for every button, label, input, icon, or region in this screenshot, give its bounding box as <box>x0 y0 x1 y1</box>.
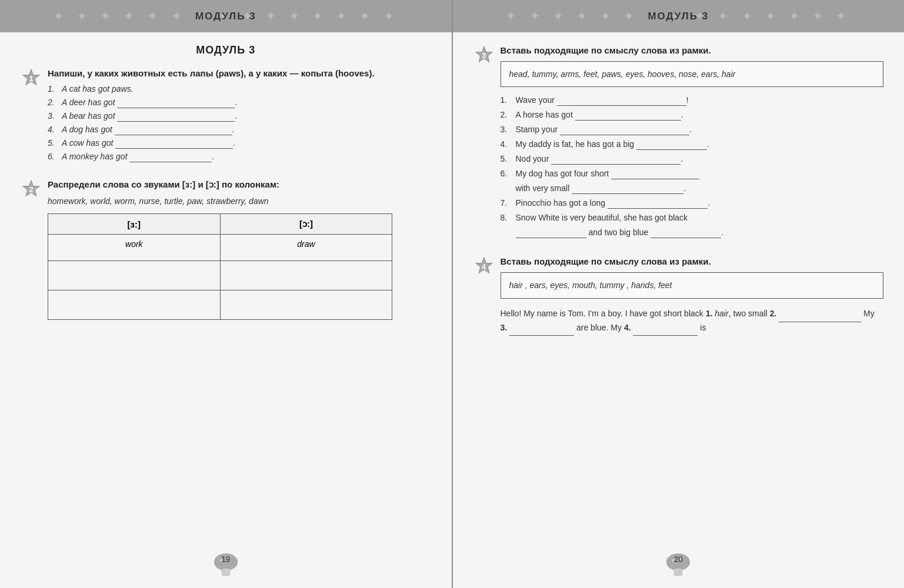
exercise-2-badge: 2 <box>21 179 42 200</box>
list-item: 8. Snow White is very beautiful, she has… <box>501 213 884 222</box>
right-header-title: МОДУЛЬ 3 <box>648 11 709 22</box>
table-row <box>48 261 392 290</box>
table-cell <box>220 290 392 320</box>
blank-field <box>636 149 707 150</box>
blank-field <box>575 119 681 121</box>
mushroom-icon: 20 <box>662 549 695 581</box>
list-item: 7. Pinocchio has got a long . <box>501 198 884 208</box>
exercise-3-word-box: head, tummy, arms, feet, paws, eyes, hoo… <box>501 61 884 87</box>
list-item: 1. Wave your ! <box>501 95 884 105</box>
list-item: 2. A deer has got . <box>48 98 431 107</box>
blank-field <box>129 161 212 162</box>
blank-field <box>509 335 574 336</box>
mushroom-icon: 19 <box>209 549 242 581</box>
exercise-3-list: 1. Wave your ! 2. A horse has got . 3. S… <box>501 95 884 237</box>
blank-field <box>560 134 689 135</box>
list-item: 4. A dog has got . <box>48 125 431 134</box>
exercise-3-title: Вставь подходящие по смыслу слова из рам… <box>501 44 884 56</box>
left-page-header: МОДУЛЬ 3 <box>0 0 452 32</box>
table-cell: draw <box>220 235 392 261</box>
right-page-content: 3 Вставь подходящие по смыслу слова из р… <box>453 32 905 588</box>
exercise-3: 3 Вставь подходящие по смыслу слова из р… <box>473 44 884 242</box>
exercise-1-badge: 1 <box>21 68 42 89</box>
exercise-2-title: Распредели слова со звуками [з:] и [ɔ:] … <box>48 178 431 191</box>
blank-field <box>551 163 680 165</box>
right-page-number-area: 20 <box>662 549 695 581</box>
list-item: 6. My dog has got four short <box>501 169 884 178</box>
blank-field <box>633 335 698 336</box>
exercise-4-title: Вставь подходящие по смыслу слова из рам… <box>501 255 884 268</box>
right-page-num: 20 <box>673 554 683 564</box>
right-page: МОДУЛЬ 3 3 Вставь подходящие по смыслу с… <box>453 0 905 588</box>
list-item: 3. A bear has got . <box>48 111 431 121</box>
exercise-1-title: Напиши, у каких животных есть лапы (paws… <box>48 67 431 79</box>
exercise-3-num: 3 <box>482 51 486 60</box>
exercise-4: 4 Вставь подходящие по смыслу слова из р… <box>473 255 884 335</box>
blank-field <box>516 237 586 238</box>
table-header-col1: [з:] <box>48 214 221 235</box>
table-cell: work <box>48 235 221 261</box>
exercise-1-body: Напиши, у каких животных есть лапы (paws… <box>48 67 431 165</box>
list-item: with very small . <box>501 183 884 193</box>
blank-field <box>572 193 683 194</box>
exercise-2: 2 Распредели слова со звуками [з:] и [ɔ:… <box>21 178 431 320</box>
blank-field <box>608 208 708 209</box>
table-row <box>48 290 392 320</box>
left-page-number-area: 19 <box>209 549 242 581</box>
svg-rect-9 <box>674 569 683 576</box>
left-page: МОДУЛЬ 3 МОДУЛЬ 3 1 Напиши, у каких живо… <box>0 0 453 588</box>
right-page-header: МОДУЛЬ 3 <box>453 0 905 32</box>
exercise-3-body: Вставь подходящие по смыслу слова из рам… <box>501 44 884 242</box>
exercise-2-subtitle: homework, world, worm, nurse, turtle, pa… <box>48 195 431 208</box>
left-page-num: 19 <box>221 554 231 564</box>
list-item: 3. Stamp your . <box>501 125 884 134</box>
table-header-col2: [ɔ:] <box>220 214 392 235</box>
exercise-4-num: 4 <box>482 262 486 271</box>
left-header-title: МОДУЛЬ 3 <box>195 11 256 22</box>
exercise-1-list: 1. A cat has got paws. 2. A deer has got… <box>48 84 431 161</box>
blank-field <box>117 121 235 122</box>
exercise-4-paragraph: Hello! My name is Tom. I'm a boy. I have… <box>501 307 884 335</box>
svg-rect-3 <box>221 569 230 576</box>
blank-field <box>779 321 861 322</box>
exercise-3-badge: 3 <box>473 45 495 66</box>
blank-field <box>115 134 232 135</box>
list-item: 2. A horse has got . <box>501 110 884 119</box>
blank-field <box>115 148 233 149</box>
exercise-1-num: 1 <box>29 74 33 83</box>
table-cell <box>48 290 221 320</box>
blank-field <box>557 105 686 106</box>
blank-field <box>651 237 721 238</box>
table-cell <box>220 261 392 290</box>
table-row: work draw <box>48 235 392 261</box>
list-item: and two big blue . <box>501 228 884 237</box>
list-item: 5. A cow has got . <box>48 138 431 148</box>
left-page-content: МОДУЛЬ 3 1 Напиши, у каких животных есть… <box>0 32 452 588</box>
blank-field <box>117 107 235 108</box>
list-item: 1. A cat has got paws. <box>48 84 431 93</box>
sounds-table: [з:] [ɔ:] work draw <box>48 213 392 320</box>
exercise-2-body: Распредели слова со звуками [з:] и [ɔ:] … <box>48 178 431 320</box>
list-item: 5. Nod your . <box>501 154 884 163</box>
exercise-4-word-box: hair , ears, eyes, mouth, tummy , hands,… <box>501 272 884 298</box>
exercise-1: 1 Напиши, у каких животных есть лапы (pa… <box>21 67 431 165</box>
exercise-4-body: Вставь подходящие по смыслу слова из рам… <box>501 255 884 335</box>
list-item: 4. My daddy is fat, he has got a big . <box>501 139 884 149</box>
list-item: 6. A monkey has got . <box>48 152 431 161</box>
blank-field <box>611 178 699 179</box>
left-module-title: МОДУЛЬ 3 <box>21 44 431 56</box>
table-cell <box>48 261 221 290</box>
exercise-2-num: 2 <box>29 185 33 194</box>
exercise-4-badge: 4 <box>473 256 495 277</box>
